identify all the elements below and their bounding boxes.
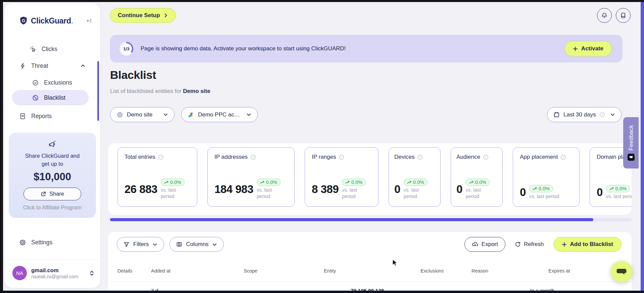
feedback-label: Feedback <box>628 125 634 150</box>
svg-text:?: ? <box>419 155 421 159</box>
stats-cards-row: Total entries ? 26 883 0.0% vs. last per… <box>117 147 632 207</box>
ppc-account-value: Demo PPC ac… <box>198 111 240 118</box>
stat-value: 0 <box>456 183 462 196</box>
stat-delta: 0.0% <box>170 180 181 185</box>
activate-label: Activate <box>581 45 603 52</box>
chevron-up-icon[interactable] <box>80 63 86 68</box>
sidebar-item-reports[interactable]: Reports <box>19 110 52 122</box>
date-range-selector[interactable]: Last 30 days ? <box>547 107 622 122</box>
column-header-entity[interactable]: Entity <box>324 268 420 274</box>
sidebar-item-exclusions[interactable]: Exclusions <box>32 77 72 89</box>
site-selector[interactable]: Demo site <box>110 107 175 122</box>
cards-scrollbar[interactable] <box>110 218 593 221</box>
sidebar-item-blacklist[interactable]: Blacklist <box>12 90 89 105</box>
column-header-exclusions[interactable]: Exclusions <box>420 268 472 274</box>
sidebar-item-settings[interactable]: Settings <box>19 236 52 248</box>
continue-setup-button[interactable]: Continue Setup <box>110 8 176 23</box>
stats-panel: Total entries ? 26 883 0.0% vs. last per… <box>108 143 632 215</box>
page-subtitle: List of blacklisted entities for Demo si… <box>110 88 210 95</box>
mouse-cursor <box>392 259 399 267</box>
stat-note: vs. last period <box>606 193 632 200</box>
refresh-button[interactable]: Refresh <box>515 241 544 248</box>
banner-message: Page is showing demo data. Activate your… <box>141 45 346 52</box>
activate-button[interactable]: Activate <box>564 41 612 56</box>
feedback-tab[interactable]: Feedback <box>623 117 639 168</box>
affiliate-link-text[interactable]: Click to Affiliate Program <box>9 205 96 211</box>
calendar-icon <box>553 111 560 118</box>
add-to-blacklist-label: Add to Blacklist <box>570 241 613 248</box>
add-to-blacklist-button[interactable]: Add to Blacklist <box>553 237 622 252</box>
column-header-details[interactable]: Details <box>117 268 151 274</box>
sidebar-item-label: Reports <box>31 113 52 120</box>
column-header-added-at[interactable]: Added at <box>151 268 244 274</box>
help-icon: ? <box>599 112 605 117</box>
help-icon[interactable]: ? <box>158 154 164 160</box>
stat-label: Total entries <box>125 154 155 160</box>
columns-button[interactable]: Columns <box>169 237 224 252</box>
google-ads-icon <box>188 111 194 118</box>
help-icon[interactable]: ? <box>417 154 423 160</box>
trending-up-icon <box>345 181 350 184</box>
export-button[interactable]: Export <box>464 237 505 252</box>
trending-up-icon <box>533 187 537 191</box>
filters-button[interactable]: Filters <box>117 237 164 252</box>
logo-row: G ClickGuard. <box>19 16 92 26</box>
sidebar-item-label: Blacklist <box>44 94 65 101</box>
book-icon <box>620 12 627 19</box>
svg-text:G: G <box>22 18 25 23</box>
help-docs-button[interactable] <box>616 8 631 23</box>
table-toolbar: Filters Columns Export <box>117 237 622 252</box>
sidebar-item-clicks[interactable]: Clicks <box>30 43 57 55</box>
brand-shield-icon: G <box>19 16 28 26</box>
brand-name: ClickGuard. <box>31 16 73 26</box>
help-icon[interactable]: ? <box>339 154 344 160</box>
trending-up-icon <box>260 181 264 184</box>
stat-delta: 0.0% <box>475 180 486 185</box>
avatar: NA <box>12 266 27 280</box>
sidebar-item-label: Settings <box>31 239 52 246</box>
trending-up-icon <box>164 181 168 184</box>
date-range-value: Last 30 days <box>563 111 596 118</box>
stat-note: vs. last period <box>404 187 425 200</box>
account-switcher[interactable]: NA gmail.com naatali.ro@gmail.com <box>12 266 94 280</box>
affiliate-promo-card[interactable]: Share ClickGuard and get up to $10,000 S… <box>9 133 96 218</box>
page-subtitle-site: Demo site <box>183 88 210 94</box>
chevron-down-icon <box>212 242 217 247</box>
chevron-right-icon <box>163 13 168 18</box>
sidebar-item-threat[interactable]: Threat <box>19 60 100 72</box>
svg-text:?: ? <box>563 155 564 159</box>
plus-icon <box>562 242 567 247</box>
stat-label: Devices <box>394 154 414 160</box>
select-updown-icon <box>89 270 94 277</box>
column-header-scope[interactable]: Scope <box>244 268 324 274</box>
help-icon[interactable]: ? <box>250 154 256 160</box>
help-icon[interactable]: ? <box>483 154 489 160</box>
stat-label: IP addresses <box>214 154 248 160</box>
column-header-reason[interactable]: Reason <box>472 268 548 274</box>
page-scrollbar[interactable] <box>641 2 644 291</box>
notifications-button[interactable] <box>597 8 612 23</box>
stat-label: IP ranges <box>312 154 336 160</box>
table-header-row: Details Added at Scope Entity Exclusions… <box>117 268 632 274</box>
cloud-download-icon <box>472 241 478 248</box>
stat-value: 0 <box>394 183 400 196</box>
ban-icon <box>32 94 39 101</box>
lightning-icon <box>19 62 26 69</box>
help-icon[interactable]: ? <box>560 154 566 160</box>
export-label: Export <box>482 241 498 248</box>
sidebar-scrollbar[interactable] <box>97 61 99 121</box>
stat-card-app-placement: App placement ? 0 0.0% vs. last period <box>513 147 580 207</box>
stat-card-devices: Devices ? 0 0.0% vs. last period <box>389 147 441 207</box>
columns-label: Columns <box>186 241 208 248</box>
site-selector-value: Demo site <box>127 111 153 118</box>
stat-value: 184 983 <box>214 183 253 196</box>
columns-icon <box>176 241 182 247</box>
sidebar-collapse-icon[interactable] <box>86 17 92 24</box>
setup-progress-ring: 1/3 <box>119 42 133 56</box>
stat-note: vs. last period <box>466 187 487 200</box>
window-edge <box>0 0 3 293</box>
ppc-account-selector[interactable]: Demo PPC ac… <box>181 107 258 122</box>
share-button[interactable]: Share <box>23 188 81 200</box>
window-edge <box>0 291 644 293</box>
chat-widget-button[interactable] <box>611 261 632 282</box>
